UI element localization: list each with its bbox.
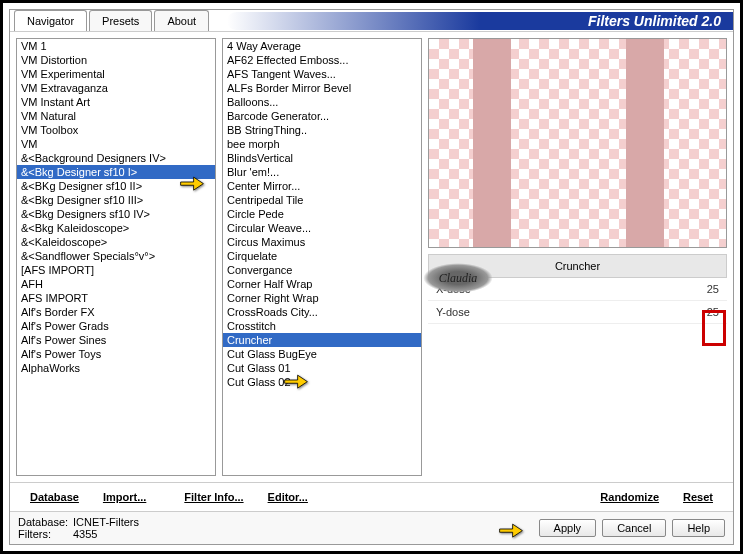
tab-presets[interactable]: Presets xyxy=(89,10,152,31)
list-item[interactable]: &<Bkg Kaleidoscope> xyxy=(17,221,215,235)
list-item[interactable]: &<Bkg Designers sf10 IV> xyxy=(17,207,215,221)
list-item[interactable]: Crosstitch xyxy=(223,319,421,333)
import-button[interactable]: Import... xyxy=(91,487,158,507)
status-filters-label: Filters: xyxy=(18,528,73,540)
preview-pane xyxy=(428,38,727,248)
list-item[interactable]: VM Natural xyxy=(17,109,215,123)
list-item[interactable]: VM Instant Art xyxy=(17,95,215,109)
list-item[interactable]: ALFs Border Mirror Bevel xyxy=(223,81,421,95)
list-item[interactable]: VM xyxy=(17,137,215,151)
list-item[interactable]: BB StringThing.. xyxy=(223,123,421,137)
title-bar: Navigator Presets About Filters Unlimite… xyxy=(10,10,733,32)
randomize-button[interactable]: Randomize xyxy=(588,487,671,507)
cancel-button[interactable]: Cancel xyxy=(602,519,666,537)
list-item[interactable]: Alf's Power Toys xyxy=(17,347,215,361)
list-item[interactable]: &<Background Designers IV> xyxy=(17,151,215,165)
list-item[interactable]: Cut Glass BugEye xyxy=(223,347,421,361)
list-item[interactable]: Cirquelate xyxy=(223,249,421,263)
list-item[interactable]: Corner Right Wrap xyxy=(223,291,421,305)
watermark-logo: Claudia xyxy=(423,263,493,293)
highlight-box-icon xyxy=(702,310,726,346)
list-item[interactable]: Cut Glass 01 xyxy=(223,361,421,375)
category-list[interactable]: VM 1VM DistortionVM ExperimentalVM Extra… xyxy=(16,38,216,476)
status-db-label: Database: xyxy=(18,516,73,528)
status-bar: Database:ICNET-Filters Filters:4355 Appl… xyxy=(10,511,733,544)
apply-button[interactable]: Apply xyxy=(539,519,597,537)
list-item[interactable]: &<Sandflower Specials°v°> xyxy=(17,249,215,263)
list-item[interactable]: 4 Way Average xyxy=(223,39,421,53)
list-item[interactable]: AFS Tangent Waves... xyxy=(223,67,421,81)
list-item[interactable]: VM Toolbox xyxy=(17,123,215,137)
list-item[interactable]: Centripedal Tile xyxy=(223,193,421,207)
param-row[interactable]: Y-dose 25 xyxy=(428,301,727,324)
list-item[interactable]: &<Kaleidoscope> xyxy=(17,235,215,249)
list-item[interactable]: BlindsVertical xyxy=(223,151,421,165)
reset-button[interactable]: Reset xyxy=(671,487,725,507)
list-item[interactable]: Alf's Border FX xyxy=(17,305,215,319)
list-item[interactable]: CrossRoads City... xyxy=(223,305,421,319)
list-item[interactable]: AFH xyxy=(17,277,215,291)
pointer-hand-icon xyxy=(283,369,309,391)
list-item[interactable]: VM Distortion xyxy=(17,53,215,67)
list-item[interactable]: VM Experimental xyxy=(17,67,215,81)
param-value: 25 xyxy=(707,283,719,295)
list-item[interactable]: [AFS IMPORT] xyxy=(17,263,215,277)
pointer-hand-icon xyxy=(498,518,524,540)
list-item[interactable]: AFS IMPORT xyxy=(17,291,215,305)
list-item[interactable]: AF62 Effected Emboss... xyxy=(223,53,421,67)
pointer-hand-icon xyxy=(179,171,205,193)
app-title: Filters Unlimited 2.0 xyxy=(588,13,721,29)
list-item[interactable]: Circular Weave... xyxy=(223,221,421,235)
tab-about[interactable]: About xyxy=(154,10,209,31)
tab-navigator[interactable]: Navigator xyxy=(14,10,87,31)
toolbar-row: Database Import... Filter Info... Editor… xyxy=(10,482,733,511)
database-button[interactable]: Database xyxy=(18,487,91,507)
list-item[interactable]: Corner Half Wrap xyxy=(223,277,421,291)
list-item[interactable]: &<Bkg Designer sf10 III> xyxy=(17,193,215,207)
list-item[interactable]: Circus Maximus xyxy=(223,235,421,249)
param-label: Y-dose xyxy=(436,306,707,318)
list-item[interactable]: AlphaWorks xyxy=(17,361,215,375)
filterinfo-button[interactable]: Filter Info... xyxy=(172,487,255,507)
status-db-value: ICNET-Filters xyxy=(73,516,139,528)
list-item[interactable]: VM 1 xyxy=(17,39,215,53)
status-filters-value: 4355 xyxy=(73,528,97,540)
list-item[interactable]: Blur 'em!... xyxy=(223,165,421,179)
list-item[interactable]: bee morph xyxy=(223,137,421,151)
list-item[interactable]: Alf's Power Grads xyxy=(17,319,215,333)
filter-list[interactable]: 4 Way AverageAF62 Effected Emboss...AFS … xyxy=(222,38,422,476)
params-panel: X-dose 25 Y-dose 25 xyxy=(428,278,727,476)
list-item[interactable]: Cut Glass 02 xyxy=(223,375,421,389)
help-button[interactable]: Help xyxy=(672,519,725,537)
list-item[interactable]: Circle Pede xyxy=(223,207,421,221)
list-item[interactable]: Balloons... xyxy=(223,95,421,109)
editor-button[interactable]: Editor... xyxy=(256,487,320,507)
list-item[interactable]: Center Mirror... xyxy=(223,179,421,193)
list-item[interactable]: Cruncher xyxy=(223,333,421,347)
list-item[interactable]: Alf's Power Sines xyxy=(17,333,215,347)
list-item[interactable]: VM Extravaganza xyxy=(17,81,215,95)
list-item[interactable]: Convergance xyxy=(223,263,421,277)
list-item[interactable]: Barcode Generator... xyxy=(223,109,421,123)
